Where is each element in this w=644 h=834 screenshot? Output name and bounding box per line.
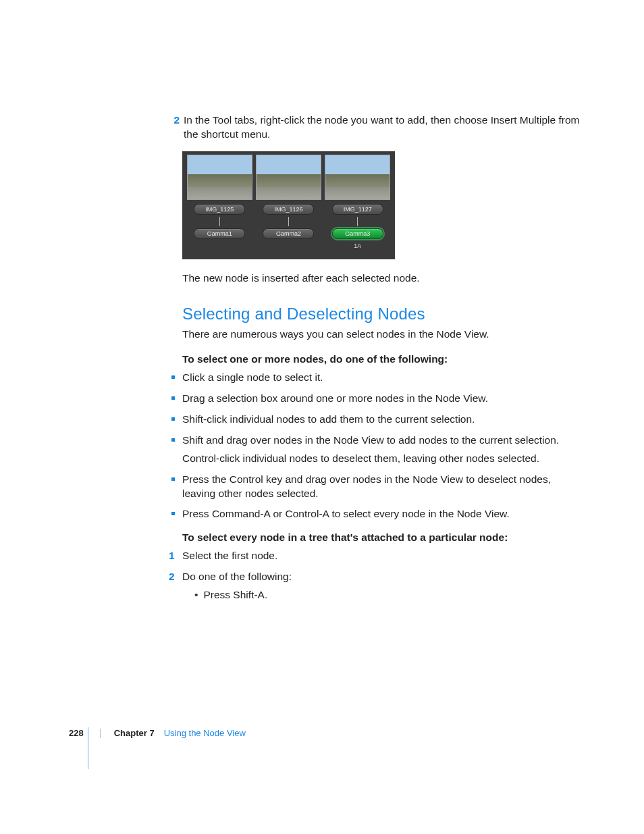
page-footer: 228 Chapter 7 Using the Node View [69, 727, 246, 739]
list-item-text: Press Shift-A. [203, 589, 267, 600]
bullet-list: Click a single node to select it. Drag a… [182, 371, 584, 521]
page: 2 In the Tool tabs, right-click the node… [0, 0, 644, 834]
numbered-list: 1 Select the first node. 2 Do one of the… [182, 549, 584, 602]
list-item: Click a single node to select it. [182, 371, 584, 385]
section-heading: Selecting and Deselecting Nodes [182, 303, 584, 325]
sub-bullet-list: Press Shift-A. [194, 588, 584, 602]
list-item-text: Do one of the following: [182, 571, 292, 582]
step-2: 2 In the Tool tabs, right-click the node… [182, 113, 584, 142]
list-item: Drag a selection box around one or more … [182, 392, 584, 406]
section-intro: There are numerous ways you can select n… [182, 328, 584, 342]
list-item: Shift and drag over nodes in the Node Vi… [182, 434, 584, 466]
paragraph: The new node is inserted after each sele… [182, 271, 584, 286]
connector [219, 217, 220, 226]
chapter-label: Chapter 7 [114, 727, 155, 739]
procedure-lead: To select every node in a tree that's at… [182, 531, 584, 545]
list-item-text: Click a single node to select it. [182, 371, 323, 383]
list-item: Shift-click individual nodes to add them… [182, 413, 584, 427]
list-item-text: Drag a selection box around one or more … [182, 392, 488, 404]
thumbnail [187, 155, 252, 200]
footer-rule [88, 727, 88, 769]
list-item: 1 Select the first node. [182, 549, 584, 563]
thumbnail [256, 155, 321, 200]
gamma-node-pill: Gamma1 [194, 228, 245, 239]
step-number: 2 [165, 113, 180, 142]
page-number: 228 [69, 727, 84, 739]
list-item-text: Shift-click individual nodes to add them… [182, 413, 475, 425]
gamma-node-pill: Gamma2 [263, 228, 314, 239]
gamma-node-pill-selected: Gamma3 [332, 228, 383, 239]
footer-separator [100, 729, 101, 738]
list-item: Press the Control key and drag over node… [182, 473, 584, 501]
figure-col: IMG_1125 Gamma1 [186, 155, 253, 257]
list-item-text: Press Command-A or Control-A to select e… [182, 508, 510, 519]
list-item-text: Shift and drag over nodes in the Node Vi… [182, 434, 559, 446]
figure-col: IMG_1127 Gamma3 1A [324, 155, 392, 257]
image-node-pill: IMG_1126 [263, 204, 314, 215]
image-node-pill: IMG_1127 [332, 204, 383, 215]
connector [288, 217, 289, 226]
node-view-figure: IMG_1125 Gamma1 IMG_1126 Gamma2 IMG_1127… [182, 151, 395, 259]
node-sublabel: 1A [354, 242, 361, 250]
list-item: Press Command-A or Control-A to select e… [182, 507, 584, 521]
step-text: In the Tool tabs, right-click the node y… [184, 113, 584, 142]
thumbnail [325, 155, 390, 200]
list-item-text: Select the first node. [182, 550, 277, 561]
list-item: 2 Do one of the following: Press Shift-A… [182, 570, 584, 602]
image-node-pill: IMG_1125 [194, 204, 245, 215]
figure-col: IMG_1126 Gamma2 [254, 155, 322, 257]
list-item: Press Shift-A. [194, 588, 584, 602]
connector [357, 217, 358, 226]
chapter-name: Using the Node View [164, 727, 246, 739]
step-marker: 1 [169, 549, 175, 563]
procedure-lead: To select one or more nodes, do one of t… [182, 353, 584, 367]
content-area: 2 In the Tool tabs, right-click the node… [182, 113, 584, 609]
list-item-subtext: Control-click individual nodes to desele… [182, 452, 584, 466]
list-item-text: Press the Control key and drag over node… [182, 473, 551, 499]
step-marker: 2 [169, 570, 175, 584]
